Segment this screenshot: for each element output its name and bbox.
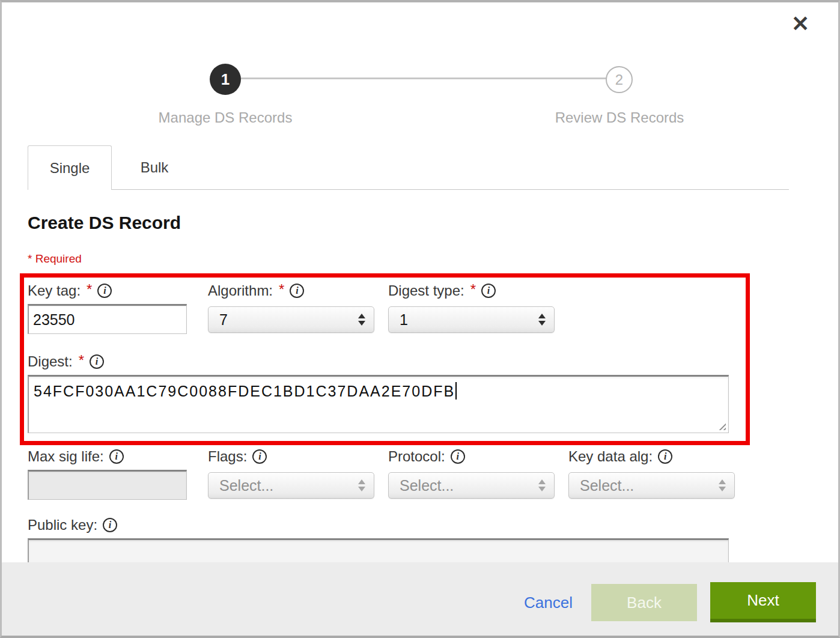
text-caret xyxy=(455,382,457,400)
key-data-alg-select[interactable]: Select... xyxy=(568,472,735,499)
public-key-label: Public key: i xyxy=(28,515,729,535)
digest-type-select-value: 1 xyxy=(400,311,408,329)
info-icon[interactable]: i xyxy=(90,354,104,369)
info-icon[interactable]: i xyxy=(658,449,672,464)
stepper-step-2-label: Review DS Records xyxy=(523,109,716,126)
protocol-label: Protocol: i xyxy=(388,447,555,466)
field-key-tag: Key tag: * i xyxy=(28,281,187,334)
required-asterisk: * xyxy=(470,281,476,298)
info-icon[interactable]: i xyxy=(481,284,496,298)
algorithm-label: Algorithm: * i xyxy=(208,281,374,300)
info-icon[interactable]: i xyxy=(451,449,465,464)
protocol-label-text: Protocol: xyxy=(388,448,445,465)
algorithm-select-value: 7 xyxy=(219,311,228,329)
digest-value: 54FCF030AA1C79C0088FDEC1BD1C37DAA2E70DFB xyxy=(34,383,455,400)
select-spinner-icon xyxy=(538,479,546,491)
algorithm-label-text: Algorithm: xyxy=(208,282,273,299)
digest-type-label-text: Digest type: xyxy=(388,282,464,299)
tab-single[interactable]: Single xyxy=(28,145,112,190)
create-ds-record-modal: ✕ 1 2 Manage DS Records Review DS Record… xyxy=(0,0,840,638)
cancel-link[interactable]: Cancel xyxy=(524,594,573,612)
digest-type-select[interactable]: 1 xyxy=(388,306,555,333)
max-sig-life-input xyxy=(28,470,187,500)
required-asterisk: * xyxy=(87,281,92,298)
max-sig-life-label: Max sig life: i xyxy=(28,447,187,466)
required-asterisk: * xyxy=(79,352,84,369)
key-data-alg-label-text: Key data alg: xyxy=(568,448,653,465)
select-spinner-icon xyxy=(358,314,365,326)
digest-textarea[interactable]: 54FCF030AA1C79C0088FDEC1BD1C37DAA2E70DFB xyxy=(28,375,729,433)
key-data-alg-label: Key data alg: i xyxy=(568,447,735,466)
close-icon[interactable]: ✕ xyxy=(791,13,809,35)
info-icon[interactable]: i xyxy=(97,284,112,298)
field-protocol: Protocol: i Select... xyxy=(388,447,555,499)
field-public-key: Public key: i xyxy=(28,515,729,570)
max-sig-life-label-text: Max sig life: xyxy=(28,448,104,465)
select-spinner-icon xyxy=(358,479,365,491)
key-tag-input[interactable] xyxy=(28,304,187,334)
select-spinner-icon xyxy=(719,479,726,491)
protocol-select-value: Select... xyxy=(400,477,454,494)
tab-bulk[interactable]: Bulk xyxy=(112,145,197,189)
flags-select-value: Select... xyxy=(219,477,273,494)
info-icon[interactable]: i xyxy=(109,449,124,464)
page-title: Create DS Record xyxy=(28,213,181,233)
field-key-data-alg: Key data alg: i Select... xyxy=(568,447,735,499)
digest-label: Digest: * i xyxy=(28,352,729,371)
digest-label-text: Digest: xyxy=(28,353,73,370)
key-data-alg-select-value: Select... xyxy=(580,477,634,494)
info-icon[interactable]: i xyxy=(290,284,304,298)
flags-label: Flags: i xyxy=(208,447,374,466)
flags-select[interactable]: Select... xyxy=(208,472,374,499)
select-spinner-icon xyxy=(538,314,546,326)
info-icon[interactable]: i xyxy=(252,449,267,464)
field-digest: Digest: * i 54FCF030AA1C79C0088FDEC1BD1C… xyxy=(28,352,729,433)
public-key-label-text: Public key: xyxy=(28,517,97,533)
field-max-sig-life: Max sig life: i xyxy=(28,447,187,500)
key-tag-label: Key tag: * i xyxy=(28,281,187,300)
digest-type-label: Digest type: * i xyxy=(388,281,555,300)
stepper-step-1-circle: 1 xyxy=(210,64,241,95)
back-button[interactable]: Back xyxy=(591,584,697,621)
stepper-step-1-label: Manage DS Records xyxy=(129,109,321,126)
stepper-connector-line xyxy=(224,77,619,79)
modal-footer: Cancel Back Next xyxy=(2,562,838,636)
field-digest-type: Digest type: * i 1 xyxy=(388,281,555,333)
protocol-select[interactable]: Select... xyxy=(388,472,555,499)
resize-handle[interactable] xyxy=(717,421,726,430)
field-algorithm: Algorithm: * i 7 xyxy=(208,281,374,333)
required-asterisk: * xyxy=(279,281,284,298)
required-note: * Required xyxy=(28,252,82,266)
algorithm-select[interactable]: 7 xyxy=(208,306,374,333)
info-icon[interactable]: i xyxy=(103,518,117,532)
tab-underline xyxy=(112,189,789,190)
flags-label-text: Flags: xyxy=(208,448,247,465)
key-tag-label-text: Key tag: xyxy=(28,282,81,299)
next-button[interactable]: Next xyxy=(710,582,816,622)
field-flags: Flags: i Select... xyxy=(208,447,374,499)
stepper-step-2-circle: 2 xyxy=(606,66,633,93)
